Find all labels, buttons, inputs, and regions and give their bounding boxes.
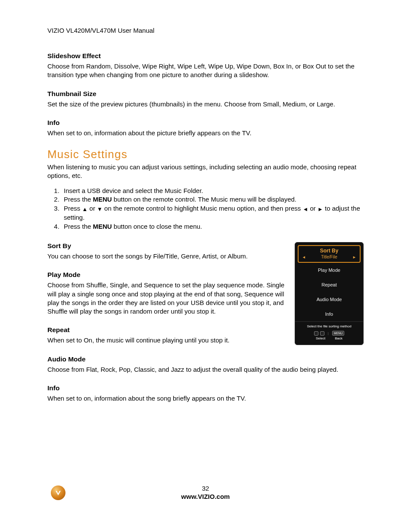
osd-item-play-mode: Play Mode — [295, 263, 363, 277]
heading-play-mode: Play Mode — [47, 271, 287, 279]
page-footer: 32 www.VIZIO.com — [0, 485, 411, 500]
footer-url: www.VIZIO.com — [181, 493, 230, 500]
osd-footer: Select the file sorting method | MENU Se… — [295, 321, 363, 345]
body-slideshow-effect: Choose from Random, Dissolve, Wipe Right… — [47, 62, 364, 80]
osd-title: Sort By — [299, 248, 360, 254]
heading-music-settings: Music Settings — [47, 148, 364, 161]
up-arrow-icon: ▲ — [82, 206, 88, 212]
osd-back-label: Back — [335, 336, 342, 340]
body-sort-by: You can choose to sort the songs by File… — [47, 252, 287, 261]
page-number: 32 — [0, 485, 411, 492]
step-4: Press the MENU button once to close the … — [61, 222, 364, 231]
body-info-song: When set to on, information about the so… — [47, 394, 364, 403]
heading-info-song: Info — [47, 384, 364, 392]
osd-menu-btn-icon: MENU — [332, 331, 345, 336]
heading-repeat: Repeat — [47, 326, 287, 334]
right-arrow-icon: ► — [318, 206, 323, 212]
osd-item-repeat: Repeat — [295, 277, 363, 292]
osd-left-btn-icon — [314, 331, 318, 336]
manual-header: VIZIO VL420M/VL470M User Manual — [47, 27, 364, 34]
osd-right-btn-icon — [320, 331, 324, 336]
body-info-picture: When set to on, information about the pi… — [47, 129, 364, 137]
osd-item-audio-mode: Audio Mode — [295, 292, 363, 307]
osd-item-info: Info — [295, 307, 363, 321]
osd-select-label: Select — [316, 336, 325, 340]
osd-subtitle: Title/File — [321, 255, 337, 259]
step-3: Press ▲ or ▼ on the remote control to hi… — [61, 204, 364, 222]
osd-menu-screenshot: Sort By ◄ Title/File ► Play Mode Repeat … — [295, 242, 364, 345]
body-music-intro: When listening to music you can adjust v… — [47, 163, 364, 180]
heading-slideshow-effect: Slideshow Effect — [47, 52, 364, 60]
osd-hint: Select the file sorting method — [299, 324, 360, 331]
step-2: Press the MENU button on the remote cont… — [61, 195, 364, 204]
body-play-mode: Choose from Shuffle, Single, and Sequenc… — [47, 281, 287, 316]
music-steps-list: Insert a USB device and select the Music… — [47, 187, 364, 231]
step-1: Insert a USB device and select the Music… — [61, 187, 364, 196]
heading-sort-by: Sort By — [47, 242, 287, 250]
body-thumbnail-size: Set the size of the preview pictures (th… — [47, 100, 364, 109]
heading-thumbnail-size: Thumbnail Size — [47, 90, 364, 98]
down-arrow-icon: ▼ — [97, 206, 103, 212]
left-arrow-icon: ◄ — [302, 206, 308, 212]
body-audio-mode: Choose from Flat, Rock, Pop, Classic, an… — [47, 365, 364, 374]
osd-right-arrow-icon: ► — [352, 255, 356, 259]
heading-info-picture: Info — [47, 119, 364, 127]
osd-selected-item: Sort By ◄ Title/File ► — [298, 245, 361, 263]
body-repeat: When set to On, the music will continue … — [47, 336, 287, 345]
heading-audio-mode: Audio Mode — [47, 355, 364, 363]
osd-left-arrow-icon: ◄ — [302, 255, 306, 259]
